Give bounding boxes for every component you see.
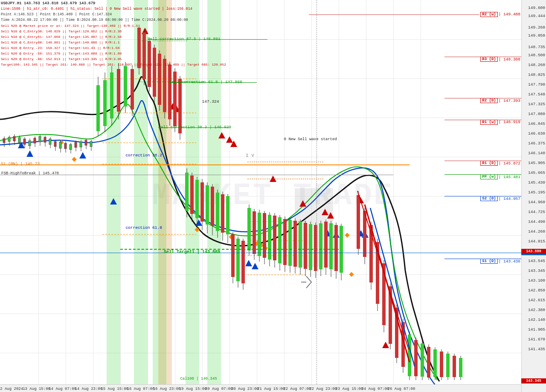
pivot-r2d-value: | 147.393: [499, 98, 520, 103]
svg-marker-2: [173, 106, 180, 112]
pivot-r2w-box: R2 (w): [480, 12, 497, 17]
svg-rect-51: [49, 139, 51, 144]
pivot-r1w-box: R1 (w): [480, 120, 497, 125]
price-14614: 146.140: [528, 150, 545, 155]
price-14310: 143.100: [528, 278, 545, 282]
svg-rect-185: [433, 349, 437, 377]
svg-rect-159: [340, 226, 343, 273]
svg-rect-63: [80, 142, 82, 147]
grid-v-9: [257, 0, 257, 384]
svg-rect-55: [59, 142, 61, 148]
pivot-r2d-box: R2 (D): [480, 98, 497, 103]
chart-container: MARKET TRADE S1 (MN) | 145.73 FSB-HighTo…: [0, 0, 546, 392]
svg-rect-97: [178, 79, 182, 133]
price-14754: 147.540: [528, 92, 545, 96]
svg-marker-18: [252, 263, 258, 269]
time-22aug23: 22 Aug 23:00: [309, 387, 337, 391]
svg-rect-133: [273, 216, 276, 260]
svg-rect-24: [72, 157, 76, 161]
s1-mn-line: [0, 164, 410, 165]
svg-rect-161: [357, 195, 360, 249]
info-line-4: Sell %20 @ Market price or at: 147.324 |…: [1, 23, 226, 29]
svg-marker-5: [230, 141, 237, 147]
svg-rect-173: [395, 308, 398, 358]
grid-v-12: [339, 0, 339, 384]
svg-marker-10: [357, 197, 364, 203]
price-14590: 145.905: [528, 160, 545, 165]
svg-rect-117: [231, 234, 235, 277]
price-14905: 149.050: [528, 33, 545, 37]
svg-rect-65: [85, 140, 87, 145]
time-23aug15: 23 Aug 15:00: [335, 387, 363, 391]
svg-marker-22: [362, 231, 369, 238]
time-24aug07: 24 Aug 07:00: [361, 387, 389, 391]
price-14401: 144.015: [528, 239, 545, 243]
svg-rect-77: [124, 66, 127, 107]
svg-rect-157: [334, 225, 338, 271]
svg-rect-28: [258, 243, 263, 248]
grid-v-8: [229, 0, 230, 384]
price-14426: 144.260: [528, 229, 545, 233]
pivot-r2w-value: | 149.488: [499, 12, 520, 17]
svg-rect-193: [459, 358, 462, 377]
info-line-1: Line:1580 | h1_atr_c0: 0.4401 | h1_statu…: [1, 6, 226, 12]
price-1485: 148.500: [528, 52, 545, 57]
svg-rect-165: [369, 225, 373, 282]
price-14334: 143.345: [528, 268, 545, 273]
price-14684: 146.845: [528, 121, 545, 126]
time-16aug07: 16 Aug 07:00: [127, 387, 155, 391]
dashed-v-line: [317, 0, 317, 384]
svg-rect-121: [241, 241, 245, 283]
svg-rect-69: [96, 85, 100, 131]
time-21aug15: 21 Aug 15:00: [257, 387, 285, 391]
time-15aug15: 15 Aug 15:00: [101, 387, 128, 391]
price-14167: 141.670: [528, 337, 545, 341]
price-14472: 144.725: [528, 209, 545, 214]
gray-zone: [295, 188, 333, 267]
grid-v-13: [366, 0, 366, 384]
price-148735: 148.735: [528, 45, 545, 49]
pivot-s1d: S1 (D) | 143.436: [480, 259, 520, 264]
sell-corr-618-line: [169, 82, 257, 83]
pivot-r2w: R2 (w) | 149.488: [480, 12, 520, 17]
svg-marker-11: [382, 342, 389, 348]
grid-h-4: [0, 157, 521, 157]
price-14826: 148.260: [528, 62, 545, 67]
svg-rect-135: [278, 217, 282, 263]
grid-h-8: [0, 314, 521, 314]
svg-rect-61: [75, 142, 77, 147]
time-12aug: 12 Aug 2024: [0, 387, 23, 391]
time-26aug07: 26 Aug 07:00: [388, 387, 415, 391]
info-line-10: Sell %20 @ Entry -88: 152.913 || Target:…: [1, 56, 226, 62]
time-13aug15: 13 Aug 15:00: [23, 387, 50, 391]
time-14aug23: 14 Aug 23:00: [75, 387, 102, 391]
info-line-3: Time A:2024.08.22 17:00:00 || Time B:202…: [1, 17, 226, 23]
info-line-6: Sell %10 @ C_Entry61: 147.868 || Target:…: [1, 34, 226, 40]
price-14708: 147.080: [528, 111, 545, 116]
svg-rect-33: [3, 138, 5, 143]
pivot-r2w-line: [309, 14, 479, 15]
fsb-line: [0, 175, 393, 175]
pivot-r3d: R3 (D) | 148.308: [480, 57, 520, 62]
price-14190: 141.905: [528, 327, 545, 331]
pivot-ppw-box: PP (w): [480, 174, 497, 179]
price-14663: 146.630: [528, 131, 545, 135]
svg-rect-187: [440, 352, 443, 377]
pivot-ppw: PP (w) | 145.481: [480, 174, 520, 179]
svg-rect-175: [401, 322, 405, 367]
current-price-line: [0, 253, 521, 253]
svg-rect-47: [39, 136, 41, 142]
price-14143: 141.435: [528, 346, 545, 351]
grid-h-2: [0, 78, 521, 79]
svg-rect-53: [54, 141, 56, 147]
time-14aug07: 14 Aug 07:00: [49, 387, 76, 391]
info-line-11: Target100: 143.345 || Target 161: 140.88…: [1, 62, 226, 67]
price-14779: 147.790: [528, 82, 545, 86]
price-14214: 142.140: [528, 317, 545, 322]
svg-rect-37: [13, 136, 15, 141]
info-panel: USDJPY.H1 143.763 143.810 143.679 143.67…: [1, 1, 226, 67]
price-14519: 145.195: [528, 190, 545, 194]
pivot-s1d-value: | 143.436: [499, 259, 520, 264]
svg-marker-17: [245, 260, 252, 266]
pivot-r3d-value: | 148.308: [499, 57, 520, 62]
